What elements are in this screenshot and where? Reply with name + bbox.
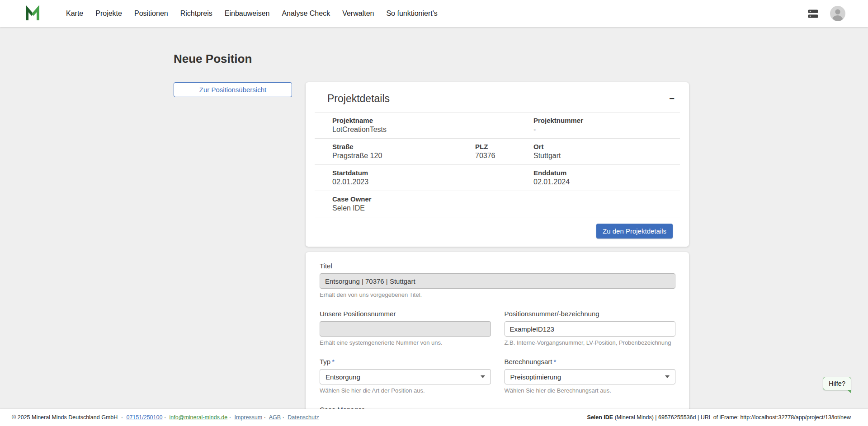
main-nav: Karte Projekte Positionen Richtpreis Ein… xyxy=(66,9,438,18)
field-label: Straße xyxy=(332,143,475,150)
project-card-title: Projektdetails xyxy=(327,93,390,105)
field-value: Stuttgart xyxy=(533,152,680,160)
copyright-text: © 2025 Mineral Minds Deutschland GmbH xyxy=(12,414,118,421)
typ-select[interactable]: Entsorgung xyxy=(320,369,491,384)
typ-label-text: Typ xyxy=(320,358,330,365)
footer-session-info: Selen IDE (Mineral Minds) | 69576255536d… xyxy=(587,414,851,421)
table-row: Startdatum 02.01.2023 Enddatum 02.01.202… xyxy=(315,165,680,191)
field-value: 70376 xyxy=(475,152,533,160)
agb-link[interactable]: AGB xyxy=(269,414,281,421)
footer-left: © 2025 Mineral Minds Deutschland GmbH · … xyxy=(12,414,319,421)
navbar-right xyxy=(807,6,845,21)
typ-label: Typ* xyxy=(320,358,491,365)
nav-item-karte[interactable]: Karte xyxy=(66,9,83,18)
datenschutz-link[interactable]: Datenschutz xyxy=(288,414,319,421)
titel-field-group: Titel Erhält den von uns vorgegebenen Ti… xyxy=(320,262,675,298)
berechnungsart-group: Berechnungsart* Preisoptimierung Wählen … xyxy=(505,358,676,394)
chevron-down-icon xyxy=(665,375,670,378)
field-projektname: Projektname LotCreationTests xyxy=(332,117,475,134)
right-column: Projektdetails − Projektname LotCreation… xyxy=(306,82,689,426)
field-strasse: Straße Pragstraße 120 xyxy=(332,143,475,160)
field-label: PLZ xyxy=(475,143,533,150)
impressum-link[interactable]: Impressum xyxy=(234,414,262,421)
titel-helper: Erhält den von uns vorgegebenen Titel. xyxy=(320,291,675,298)
field-value: 02.01.2023 xyxy=(332,178,475,186)
field-value: Selen IDE xyxy=(332,204,475,212)
session-details: (Mineral Minds) | 69576255536d | URL of … xyxy=(613,414,851,421)
separator: · xyxy=(283,414,284,421)
positionsnummer-label: Positionsnummer/-bezeichnung xyxy=(505,310,676,318)
new-position-form-card: Titel Erhält den von uns vorgegebenen Ti… xyxy=(306,252,689,426)
field-value: LotCreationTests xyxy=(332,126,475,134)
left-column: Zur Positionsübersicht xyxy=(174,82,292,97)
main-content: Neue Position Zur Positionsübersicht Pro… xyxy=(0,27,868,426)
phone-link[interactable]: 07151/250100 xyxy=(126,414,162,421)
positionsnummer-helper: Z.B. Interne-Vorgangsnummer, LV-Position… xyxy=(505,339,676,346)
session-user: Selen IDE xyxy=(587,414,613,421)
nav-item-projekte[interactable]: Projekte xyxy=(95,9,122,18)
field-enddatum: Enddatum 02.01.2024 xyxy=(533,169,680,186)
title-divider xyxy=(174,73,689,73)
typ-helper: Wählen Sie hier die Art der Position aus… xyxy=(320,387,491,394)
go-to-project-details-button[interactable]: Zu den Projektdetails xyxy=(596,224,673,239)
typ-group: Typ* Entsorgung Wählen Sie hier die Art … xyxy=(320,358,491,394)
field-label: Enddatum xyxy=(533,169,680,177)
field-projektnummer: Projektnummer - xyxy=(533,117,680,134)
nav-item-so-funktionierts[interactable]: So funktioniert's xyxy=(386,9,437,18)
field-label: Ort xyxy=(533,143,680,150)
separator: · xyxy=(264,414,266,421)
server-icon-glyph xyxy=(807,8,819,20)
brand-logo[interactable] xyxy=(24,5,42,22)
unsere-positionsnummer-label: Unsere Positionsnummer xyxy=(320,310,491,318)
page-title: Neue Position xyxy=(174,52,689,66)
chevron-down-icon xyxy=(481,375,485,378)
top-navbar: Karte Projekte Positionen Richtpreis Ein… xyxy=(0,0,868,27)
help-button[interactable]: Hilfe? xyxy=(823,377,851,390)
required-mark: * xyxy=(332,358,335,365)
field-ort: Ort Stuttgart xyxy=(533,143,680,160)
nav-item-richtpreis[interactable]: Richtpreis xyxy=(180,9,212,18)
field-label: Case Owner xyxy=(332,195,475,203)
screen: Karte Projekte Positionen Richtpreis Ein… xyxy=(0,0,868,426)
typ-select-value: Entsorgung xyxy=(326,373,360,381)
field-plz: PLZ 70376 xyxy=(475,143,533,160)
separator: · xyxy=(229,414,231,421)
field-label: Startdatum xyxy=(332,169,475,177)
table-row: Projektname LotCreationTests Projektnumm… xyxy=(315,112,680,139)
account-icon xyxy=(830,6,845,21)
table-row: Straße Pragstraße 120 PLZ 70376 Ort Stut… xyxy=(315,139,680,165)
field-case-owner: Case Owner Selen IDE xyxy=(332,195,475,212)
table-row: Case Owner Selen IDE xyxy=(315,191,680,217)
berechnungsart-helper: Wählen Sie hier die Berechnungsart aus. xyxy=(505,387,676,394)
separator: · xyxy=(121,414,123,421)
berechnungsart-select[interactable]: Preisoptimierung xyxy=(505,369,676,384)
separator: · xyxy=(164,414,166,421)
unsere-positionsnummer-group: Unsere Positionsnummer Erhält eine syste… xyxy=(320,310,491,346)
nav-item-analyse-check[interactable]: Analyse Check xyxy=(282,9,330,18)
titel-input xyxy=(320,273,675,289)
nav-item-positionen[interactable]: Positionen xyxy=(134,9,168,18)
field-value: 02.01.2024 xyxy=(533,178,680,186)
collapse-card-button[interactable]: − xyxy=(665,92,678,105)
footer: © 2025 Mineral Minds Deutschland GmbH · … xyxy=(0,409,868,426)
field-label: Projektnummer xyxy=(533,117,680,124)
unsere-positionsnummer-helper: Erhält eine systemgenerierte Nummer von … xyxy=(320,339,491,346)
back-to-positions-button[interactable]: Zur Positionsübersicht xyxy=(174,82,292,97)
berechnungsart-label-text: Berechnungsart xyxy=(505,358,552,365)
email-link[interactable]: info@mineral-minds.de xyxy=(170,414,228,421)
berechnungsart-label: Berechnungsart* xyxy=(505,358,676,365)
user-avatar[interactable] xyxy=(830,6,845,21)
titel-label: Titel xyxy=(320,262,675,270)
field-label: Projektname xyxy=(332,117,475,124)
nav-item-verwalten[interactable]: Verwalten xyxy=(342,9,374,18)
required-mark: * xyxy=(553,358,556,365)
project-detail-table: Projektname LotCreationTests Projektnumm… xyxy=(315,112,680,217)
berechnungsart-select-value: Preisoptimierung xyxy=(510,373,561,381)
field-value: Pragstraße 120 xyxy=(332,152,475,160)
unsere-positionsnummer-input xyxy=(320,321,491,337)
mineral-minds-logo-icon xyxy=(24,5,42,22)
project-details-card: Projektdetails − Projektname LotCreation… xyxy=(306,82,689,247)
server-icon[interactable] xyxy=(807,8,819,20)
nav-item-einbauweisen[interactable]: Einbauweisen xyxy=(225,9,270,18)
positionsnummer-input[interactable] xyxy=(505,321,676,337)
